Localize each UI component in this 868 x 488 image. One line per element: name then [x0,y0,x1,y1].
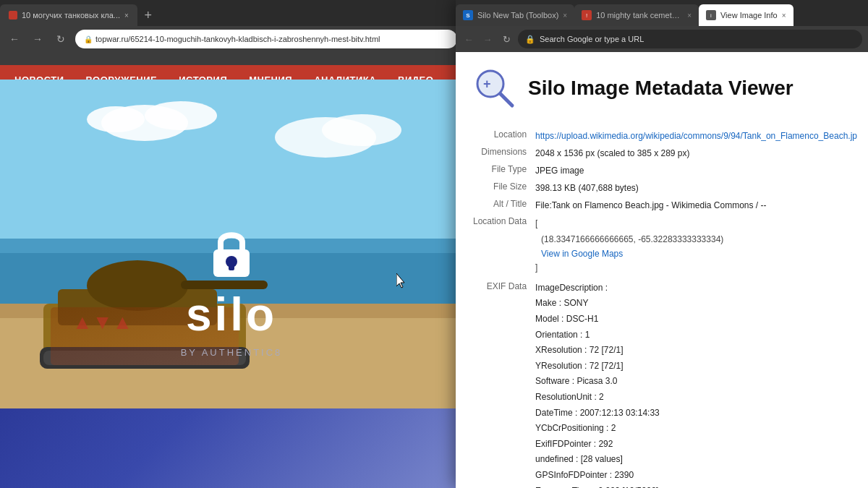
row-filesize: File Size 398.13 KB (407,688 bytes) [473,179,857,197]
svg-rect-20 [229,262,234,270]
location-link[interactable]: https://upload.wikimedia.org/wikipedia/c… [535,131,857,141]
bg-tab-label: 10 могучих танковых кла... [22,11,120,20]
locationdata-open: [ [535,216,857,232]
row-location: Location https://upload.wikimedia.org/wi… [473,127,857,145]
exif-line: YCbCrPositioning : 2 [535,421,857,437]
svg-line-22 [501,94,512,106]
viewer-forward-btn[interactable]: → [480,34,495,45]
silo-lock-icon [206,224,257,282]
exif-line: XResolution : 72 [72/1] [535,343,857,359]
viewer-url-input[interactable]: 🔒 Search Google or type a URL [518,30,862,48]
silo-logo-text: silo [186,288,277,341]
location-value: https://upload.wikimedia.org/wikipedia/c… [535,127,857,145]
svg-text:+: + [483,77,491,91]
filesize-label: File Size [473,179,535,197]
viewer-browser-chrome: S Silo New Tab (Toolbox) × ! 10 mighty t… [456,0,868,52]
locationdata-label: Location Data [473,214,535,278]
exifdata-value: ImageDescription :Make : SONYModel : DSC… [535,278,857,488]
exif-line: Make : SONY [535,296,857,312]
tab-silo-label: Silo New Tab (Toolbox) [477,11,558,20]
exif-line: YResolution : 72 [72/1] [535,359,857,374]
bg-url-text: topwar.ru/65214-10-moguchih-tankovyh-kla… [95,35,380,43]
viewer-magnifier-icon: + [473,67,516,110]
svg-point-12 [87,260,188,311]
bg-tab-close-icon[interactable]: × [124,12,129,20]
exif-line: Model : DSC-H1 [535,312,857,328]
row-dimensions: Dimensions 2048 x 1536 px (scaled to 385… [473,145,857,162]
row-filetype: File Type JPEG image [473,162,857,179]
silo-logo: silo BY AUTHENTIC8 [181,224,283,358]
viewer-secure-icon: 🔒 [525,35,535,44]
tab-view-image-info[interactable]: i View Image Info × [699,4,793,26]
view-in-google-maps-link[interactable]: View in Google Maps [541,249,623,259]
dimensions-label: Dimensions [473,145,535,162]
exif-line: ResolutionUnit : 2 [535,390,857,406]
silo-by-text: BY AUTHENTIC8 [181,347,283,358]
bg-back-btn[interactable]: ← [6,33,23,45]
background-tab[interactable]: 10 могучих танковых кла... × [0,4,137,26]
filetype-value: JPEG image [535,162,857,179]
exif-line: DateTime : 2007:12:13 03:14:33 [535,406,857,421]
location-label: Location [473,127,535,145]
metadata-table: Location https://upload.wikimedia.org/wi… [473,127,857,488]
exif-line: Software : Picasa 3.0 [535,374,857,390]
svg-point-2 [145,101,217,130]
tank-tab-close[interactable]: × [687,12,692,20]
locationdata-close: ] [535,260,857,276]
viewer-main-content[interactable]: + Silo Image Metadata Viewer Location ht… [456,52,868,488]
tab-silo-newtab[interactable]: S Silo New Tab (Toolbox) × [456,4,574,26]
alttitle-label: Alt / Title [473,197,535,214]
svg-rect-0 [0,80,463,239]
locationdata-value: [ (18.3347166666666665, -65.322833333333… [535,214,857,278]
bg-secure-icon: 🔒 [84,35,93,43]
svg-point-3 [87,106,145,132]
silo-tab-favicon: S [463,10,473,20]
row-exifdata: EXIF Data ImageDescription :Make : SONYM… [473,278,857,488]
exif-line: undefined : [28 values] [535,452,857,468]
viewer-address-bar: ← → ↻ 🔒 Search Google or type a URL [456,26,868,52]
locationdata-maplink-container: View in Google Maps [535,247,857,260]
exifdata-label: EXIF Data [473,278,535,488]
row-alttitle: Alt / Title File:Tank on Flamenco Beach.… [473,197,857,214]
exif-line: GPSInfoFDPointer : 2390 [535,468,857,484]
exif-block: ImageDescription :Make : SONYModel : DSC… [535,281,857,488]
filesize-value: 398.13 KB (407,688 bytes) [535,179,857,197]
exif-line: ExifIFDPointer : 292 [535,437,857,453]
viewer-header: + Silo Image Metadata Viewer [473,67,851,110]
viewer-title: Silo Image Metadata Viewer [528,77,793,100]
viewer-tabs-bar: S Silo New Tab (Toolbox) × ! 10 mighty t… [456,0,868,26]
tab-tank-label: 10 mighty tank cemeterie... [596,11,683,20]
alttitle-value: File:Tank on Flamenco Beach.jpg - Wikime… [535,197,857,214]
tab-tank-cemetery[interactable]: ! 10 mighty tank cemeterie... × [574,4,699,26]
bg-refresh-btn[interactable]: ↻ [52,33,69,45]
tab-viewinfo-label: View Image Info [720,11,778,20]
bg-forward-btn[interactable]: → [29,33,46,45]
viewer-refresh-btn[interactable]: ↻ [499,34,514,45]
exif-line: ExposureTime : 0.002 [10/5000] [535,484,857,489]
silo-background: ▲▼▲ silo BY AUTHENTIC8 [0,80,463,488]
dimensions-value: 2048 x 1536 px (scaled to 385 x 289 px) [535,145,857,162]
exif-line: ImageDescription : [535,281,857,296]
new-tab-button[interactable]: + [137,4,159,26]
war-tab-favicon: ! [582,10,592,20]
silo-tab-close[interactable]: × [563,12,567,20]
viewer-back-btn[interactable]: ← [461,34,476,45]
svg-point-5 [322,114,401,146]
viewer-panel: S Silo New Tab (Toolbox) × ! 10 mighty t… [456,0,868,488]
info-tab-favicon: i [706,10,716,20]
viewer-url-text: Search Google or type a URL [540,35,644,43]
row-locationdata: Location Data [ (18.3347166666666665, -6… [473,214,857,278]
filetype-label: File Type [473,162,535,179]
locationdata-coords: (18.3347166666666665, -65.32283333333334… [535,232,857,248]
info-tab-close[interactable]: × [782,12,786,20]
exif-line: Orientation : 1 [535,328,857,343]
